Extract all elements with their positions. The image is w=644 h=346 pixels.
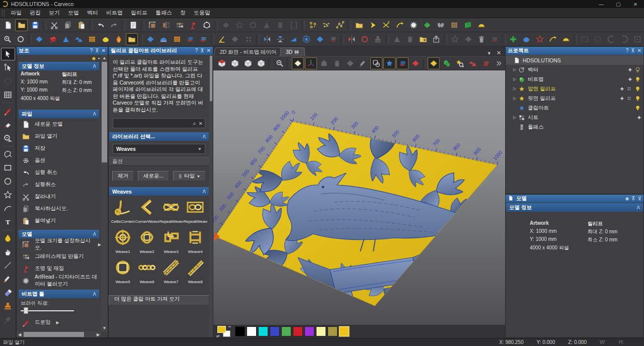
clipart-item-cornerweave[interactable]: CornerWeave [135,198,159,224]
model-info-section-header[interactable]: 모델 정보 ᐱ [19,62,99,70]
tree-item-node[interactable]: 툴패스 [506,122,643,132]
smudge-tool-button[interactable] [1,245,15,258]
color-swatch-8[interactable] [316,326,326,336]
assistant-vscrollbar[interactable]: ▲ ▼ [101,55,108,331]
clipart-item-weave3[interactable]: Weave3 [159,228,183,254]
flip-vertical-button[interactable] [274,33,286,45]
export-relief-box-button[interactable] [430,33,442,45]
scroll-left-icon[interactable]: ◀ [17,331,23,337]
envelope-distort-tool-button[interactable] [1,89,15,101]
add-button[interactable]: + [628,67,632,72]
action-file-item[interactable]: 실행취소 [17,179,101,191]
layers-button[interactable] [626,86,632,92]
scroll-thumb[interactable] [210,56,212,101]
clipart-search-box[interactable]: ⌕ ✕ [113,118,205,128]
new-model-button[interactable] [2,19,14,31]
menu-6[interactable]: 비트맵 [102,9,127,17]
3d-canvas[interactable]: 0100200300400500600700800900100010009008… [213,70,505,325]
link-colors-icon[interactable]: ∞ [228,324,231,329]
draft-plane-button[interactable] [292,57,304,69]
clipart-item-weave4[interactable]: Weave4 [183,228,207,254]
collapse-icon[interactable]: ᐱ [93,64,96,69]
fav-menu-icon[interactable]: ▸ [98,56,100,60]
pin-icon[interactable]: ⊼ [200,48,204,53]
stamp-tool-button[interactable] [1,300,15,312]
action-model-item[interactable]: 모델 크기를 설정하십시오. ▶ [17,238,101,250]
layers-button[interactable] [626,96,632,101]
color-swatch-3[interactable] [258,326,268,336]
iso-view-4-button[interactable] [255,57,267,69]
dock-top-icon[interactable]: ⊼ [631,196,635,201]
color-swatch-10[interactable] [339,326,349,336]
relief-pyramids-button[interactable] [73,33,85,45]
delete-relief-button[interactable] [475,33,488,45]
copy-button[interactable] [61,19,74,31]
export-vector-button[interactable] [366,19,379,31]
flip-relief-red-button[interactable] [346,33,358,45]
menu-7[interactable]: 릴리프 [127,9,151,17]
visibility-bulb-icon[interactable] [634,85,641,92]
relief-layer-stack-2-button[interactable] [197,33,209,45]
add-button[interactable]: + [628,77,632,82]
tab-3d-view[interactable]: 3D 뷰 [280,47,305,56]
texture-weave-button[interactable] [171,33,183,45]
current-color-widget[interactable]: ⇄ ∞ [217,326,230,337]
tree-item-node[interactable]: ▷시트+ [506,113,643,122]
set-model-size-button[interactable] [146,19,158,31]
wedge-relief-button[interactable] [287,33,299,45]
iso-view-1-button[interactable] [216,57,228,69]
trim-vectors-button[interactable] [380,19,392,31]
maximize-button[interactable]: ▢ [610,0,627,8]
action-file-item[interactable]: 실행 취소 [17,166,101,179]
relief-layer-stack-button[interactable] [184,33,196,45]
lock-icon[interactable]: ◈ [625,196,629,201]
color-swatch-2[interactable] [247,326,257,336]
color-swatch-1[interactable] [235,326,245,336]
face-wizard-button[interactable] [461,19,474,31]
color-swatch-7[interactable] [304,326,314,336]
two-rail-sweep-button[interactable] [421,19,433,31]
slider-track[interactable] [21,310,74,311]
color-swatch-4[interactable] [270,326,280,336]
node-select-tool-button[interactable] [1,61,15,74]
menu-8[interactable]: 툴패스 [151,9,176,17]
undo-button[interactable] [94,19,107,31]
pin-icon[interactable]: ⊼ [95,48,99,53]
dome-relief-button[interactable] [475,19,488,31]
collapse-icon[interactable]: ᐱ [93,232,96,237]
polyline-tool-button[interactable] [1,148,15,160]
action-file-item[interactable]: 옵션 [17,154,101,166]
menu-5[interactable]: 벡터 [83,9,102,17]
tree-item-node[interactable]: ▷벡터+ [506,65,643,74]
open-file-button[interactable] [15,19,28,31]
notes-button[interactable] [127,19,139,31]
visibility-bulb-icon[interactable] [634,105,641,111]
relief-diamond-button[interactable] [33,33,45,45]
assistant-hscrollbar[interactable]: ◀ ▶ [17,331,101,337]
add-button[interactable]: + [620,86,624,92]
clipart-item-weave1[interactable]: Weave1 [111,228,135,254]
visibility-bulb-icon[interactable] [634,66,641,73]
primary-color-swatch[interactable] [217,326,226,333]
scroll-right-icon[interactable]: ▶ [95,331,101,337]
get-more-clipart-button[interactable]: 더 많은 클립 아트 가져 오기 [109,295,209,305]
flip-horizontal-button[interactable] [261,33,273,45]
action-file-item[interactable]: 파일 열기 [17,130,101,142]
pyramid-multi-view-button[interactable] [467,57,479,69]
flood-fill-tool-button[interactable] [1,118,15,131]
tree-item-node[interactable]: ▷뒷면 릴리프+ [506,94,643,103]
slider-thumb[interactable] [24,307,28,314]
expand-arrow-icon[interactable]: ▷ [512,96,518,101]
rectangle-tool-button[interactable] [1,161,15,174]
new-library-button[interactable]: 새로운... [138,171,169,181]
flame-relief-button[interactable] [113,33,125,45]
tab-2d-view[interactable]: 2D 화면 - 비트맵 레이어 [213,47,283,56]
expand-arrow-icon[interactable]: ▷ [512,67,518,72]
clipart-item-weave8[interactable]: Weave8 [183,258,207,284]
layer-stack-view-button[interactable] [396,57,409,69]
node-graph-button[interactable] [334,19,346,31]
menu-4[interactable]: 모델 [64,9,83,17]
minimize-button[interactable]: — [593,0,610,8]
blue-blob-relief-button[interactable] [520,33,532,45]
collapse-icon[interactable]: ᐱ [203,189,206,194]
